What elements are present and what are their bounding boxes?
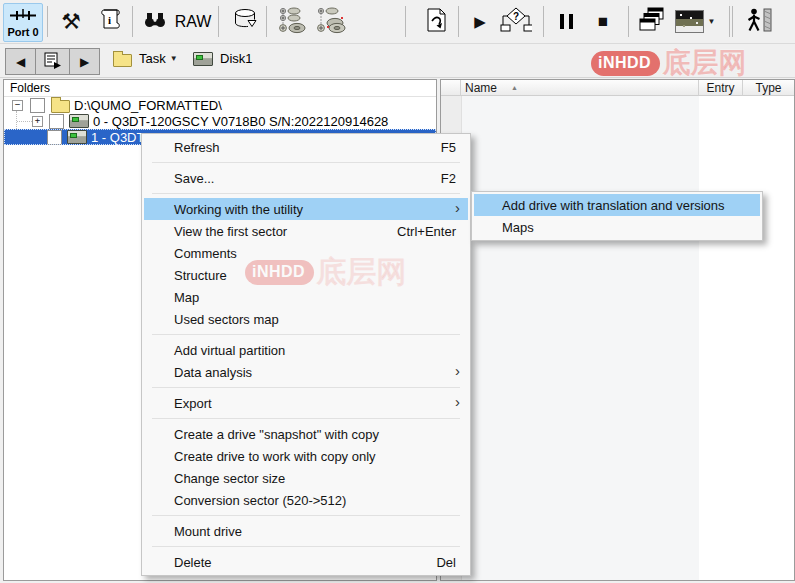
raw-label: RAW	[175, 13, 212, 31]
submenu-item-add-drive-translation-versions[interactable]: Add drive with translation and versions	[474, 194, 760, 216]
toolbar-separator	[458, 6, 459, 37]
export-database-button[interactable]	[228, 4, 262, 39]
menu-item-create-snapshot-copy[interactable]: Create a drive "snapshot" with copy	[144, 423, 468, 445]
menu-item-data-analysis[interactable]: Data analysis ›	[144, 361, 468, 383]
raw-mode-button[interactable]: RAW	[173, 4, 213, 39]
toolbar-separator	[543, 6, 544, 37]
menu-item-add-virtual-partition[interactable]: Add virtual partition	[144, 339, 468, 361]
task-dropdown-icon[interactable]: ▼	[170, 54, 178, 63]
tree-checkbox[interactable]	[30, 98, 45, 113]
menu-separator	[152, 162, 460, 163]
menu-item-view-first-sector[interactable]: View the first sector Ctrl+Enter	[144, 220, 468, 242]
menu-item-create-drive-copy-only[interactable]: Create drive to work with copy only	[144, 445, 468, 467]
tree-checkbox[interactable]	[47, 130, 62, 145]
column-header-name[interactable]: Name ▲	[461, 80, 699, 96]
menu-item-working-with-utility[interactable]: Working with the utility ›	[144, 198, 468, 220]
menu-item-export[interactable]: Export ›	[144, 392, 468, 414]
drive-icon	[67, 130, 87, 144]
stop-button[interactable]: ■	[588, 4, 618, 39]
history-nav-group: ◀ ▶	[5, 48, 100, 75]
column-header-type[interactable]: Type	[743, 80, 794, 96]
forward-button[interactable]: ▶	[70, 49, 99, 74]
menu-item-map[interactable]: Map	[144, 286, 468, 308]
menu-item-comments[interactable]: Comments	[144, 242, 468, 264]
task-label: Task	[139, 51, 166, 66]
menu-item-used-sectors-map[interactable]: Used sectors map	[144, 308, 468, 330]
menu-item-save[interactable]: Save... F2	[144, 167, 468, 189]
nav-toolbar: ◀ ▶ Task ▼ Disk1	[0, 44, 795, 78]
cascade-windows-icon	[639, 7, 665, 36]
tree-row-drive0[interactable]: + 0 - Q3DT-120GSCY V0718B0 S/N:202212091…	[4, 113, 436, 129]
svg-text:?: ?	[513, 11, 519, 22]
menu-separator	[152, 193, 460, 194]
menu-item-mount-drive[interactable]: Mount drive	[144, 520, 468, 542]
start-button[interactable]: ▶	[466, 4, 494, 39]
map-view-dropdown-icon[interactable]: ▼	[708, 17, 716, 26]
menu-separator	[152, 546, 460, 547]
pause-button[interactable]	[551, 4, 581, 39]
disk-icon	[193, 52, 213, 66]
toolbar-separator	[132, 6, 133, 37]
back-button[interactable]: ◀	[6, 49, 36, 74]
svg-text:i: i	[108, 14, 111, 26]
port-button-label: Port 0	[7, 27, 38, 38]
play-icon: ▶	[474, 13, 486, 31]
page-run-icon	[424, 7, 449, 37]
back-icon: ◀	[16, 55, 25, 69]
utility-tools-button[interactable]: ⚒	[55, 4, 87, 39]
sort-asc-icon: ▲	[511, 84, 518, 91]
report-doc-icon	[43, 51, 63, 72]
disk-label: Disk1	[220, 51, 253, 66]
tree-row-root[interactable]: − D:\QUMO_FORMATTED\	[4, 97, 436, 113]
search-button[interactable]	[140, 4, 170, 39]
expand-expander-icon[interactable]: +	[32, 116, 43, 127]
port0-toggle-button[interactable]: Port 0	[3, 3, 43, 42]
menu-item-structure[interactable]: Structure	[144, 264, 468, 286]
add-drive-translation-button[interactable]	[274, 4, 310, 39]
submenu-arrow-icon: ›	[455, 362, 460, 379]
tree-item-label: D:\QUMO_FORMATTED\	[74, 98, 222, 113]
submenu-item-maps[interactable]: Maps	[474, 216, 760, 238]
toolbar-separator	[732, 6, 733, 37]
toolbar-separator	[405, 6, 406, 37]
add-drive-versions-button[interactable]	[312, 4, 350, 39]
utility-submenu: Add drive with translation and versions …	[471, 191, 763, 241]
pause-icon	[560, 14, 573, 29]
script-info-button[interactable]: i	[93, 4, 125, 39]
tree-item-label: 0 - Q3DT-120GSCY V0718B0 S/N:20221209146…	[93, 114, 388, 129]
sorted-column-band	[462, 96, 699, 580]
toolbar-separator	[729, 6, 730, 37]
toolbar-separator	[218, 6, 219, 37]
run-mode-button[interactable]: ?	[496, 4, 536, 39]
map-view-icon	[675, 10, 704, 33]
exit-button[interactable]	[742, 4, 776, 39]
tree-checkbox[interactable]	[49, 114, 64, 129]
column-header-gutter[interactable]	[441, 80, 461, 96]
file-list-body[interactable]	[441, 96, 794, 580]
stop-icon: ■	[598, 12, 608, 32]
menu-item-change-sector-size[interactable]: Change sector size	[144, 467, 468, 489]
file-list-panel: Name ▲ Entry Type	[440, 79, 795, 581]
task-breadcrumb[interactable]: Task ▼	[113, 50, 178, 67]
toolbar-separator	[628, 6, 629, 37]
collapse-expander-icon[interactable]: −	[12, 100, 23, 111]
column-header-entry[interactable]: Entry	[699, 80, 743, 96]
menu-item-conversion-sector[interactable]: Conversion sector (520->512)	[144, 489, 468, 511]
toolbar-separator	[266, 6, 267, 37]
task-folder-icon	[113, 54, 132, 67]
submenu-arrow-icon: ›	[455, 199, 460, 216]
map-view-button[interactable]: ▼	[672, 4, 718, 39]
disk-breadcrumb[interactable]: Disk1	[193, 51, 253, 66]
file-list-header: Name ▲ Entry Type	[441, 80, 794, 96]
submenu-arrow-icon: ›	[455, 393, 460, 410]
menu-separator	[152, 418, 460, 419]
menu-separator	[152, 387, 460, 388]
add-drive-versions-icon	[314, 6, 348, 38]
task-list-button[interactable]	[36, 49, 70, 74]
cascade-windows-button[interactable]	[636, 4, 668, 39]
menu-separator	[152, 334, 460, 335]
menu-item-refresh[interactable]: Refresh F5	[144, 136, 468, 158]
run-script-button[interactable]	[418, 4, 454, 39]
database-export-icon	[232, 7, 259, 36]
menu-item-delete[interactable]: Delete Del	[144, 551, 468, 573]
